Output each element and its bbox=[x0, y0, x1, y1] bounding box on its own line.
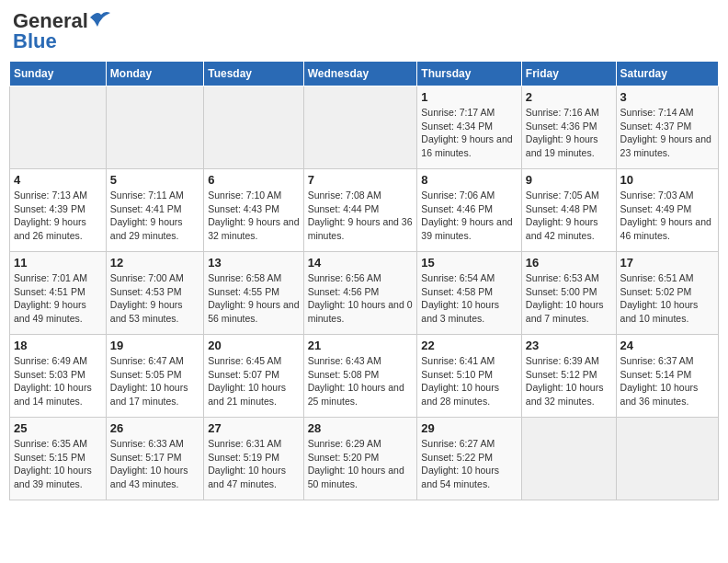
day-number: 17 bbox=[620, 256, 714, 270]
calendar-cell: 26Sunrise: 6:33 AM Sunset: 5:17 PM Dayli… bbox=[106, 418, 203, 500]
day-info: Sunrise: 6:47 AM Sunset: 5:05 PM Dayligh… bbox=[110, 354, 199, 408]
day-info: Sunrise: 6:58 AM Sunset: 4:55 PM Dayligh… bbox=[208, 271, 299, 326]
calendar-cell: 23Sunrise: 6:39 AM Sunset: 5:12 PM Dayli… bbox=[521, 335, 616, 418]
calendar-cell: 28Sunrise: 6:29 AM Sunset: 5:20 PM Dayli… bbox=[303, 418, 417, 500]
day-info: Sunrise: 7:14 AM Sunset: 4:37 PM Dayligh… bbox=[620, 106, 714, 160]
calendar-cell: 12Sunrise: 7:00 AM Sunset: 4:53 PM Dayli… bbox=[106, 252, 203, 335]
logo: General Blue bbox=[13, 9, 110, 53]
weekday-header-monday: Monday bbox=[106, 62, 203, 86]
day-info: Sunrise: 6:39 AM Sunset: 5:12 PM Dayligh… bbox=[526, 354, 612, 408]
calendar-cell: 20Sunrise: 6:45 AM Sunset: 5:07 PM Dayli… bbox=[204, 335, 303, 418]
calendar-cell bbox=[204, 86, 303, 169]
logo-bird-icon bbox=[90, 10, 110, 27]
day-number: 13 bbox=[208, 256, 299, 270]
calendar-cell: 21Sunrise: 6:43 AM Sunset: 5:08 PM Dayli… bbox=[303, 335, 417, 418]
weekday-header-friday: Friday bbox=[521, 62, 616, 86]
day-info: Sunrise: 6:54 AM Sunset: 4:58 PM Dayligh… bbox=[421, 271, 518, 326]
calendar-week-row: 1Sunrise: 7:17 AM Sunset: 4:34 PM Daylig… bbox=[10, 86, 719, 169]
day-number: 19 bbox=[110, 339, 199, 352]
calendar-cell bbox=[303, 86, 417, 169]
day-number: 16 bbox=[526, 256, 612, 270]
day-info: Sunrise: 7:16 AM Sunset: 4:36 PM Dayligh… bbox=[526, 106, 612, 160]
calendar-cell: 9Sunrise: 7:05 AM Sunset: 4:48 PM Daylig… bbox=[521, 169, 616, 252]
day-number: 5 bbox=[110, 173, 199, 187]
calendar-cell: 7Sunrise: 7:08 AM Sunset: 4:44 PM Daylig… bbox=[303, 169, 417, 252]
day-number: 7 bbox=[308, 173, 414, 187]
day-info: Sunrise: 7:05 AM Sunset: 4:48 PM Dayligh… bbox=[526, 189, 612, 243]
day-number: 1 bbox=[421, 90, 518, 104]
calendar-cell: 15Sunrise: 6:54 AM Sunset: 4:58 PM Dayli… bbox=[417, 252, 522, 335]
day-number: 28 bbox=[308, 421, 414, 435]
calendar-cell: 10Sunrise: 7:03 AM Sunset: 4:49 PM Dayli… bbox=[616, 169, 718, 252]
calendar-cell: 22Sunrise: 6:41 AM Sunset: 5:10 PM Dayli… bbox=[417, 335, 522, 418]
day-number: 4 bbox=[14, 173, 102, 187]
calendar-cell: 24Sunrise: 6:37 AM Sunset: 5:14 PM Dayli… bbox=[616, 335, 718, 418]
calendar-cell bbox=[106, 86, 203, 169]
day-info: Sunrise: 6:43 AM Sunset: 5:08 PM Dayligh… bbox=[308, 354, 414, 408]
day-info: Sunrise: 7:10 AM Sunset: 4:43 PM Dayligh… bbox=[208, 189, 299, 243]
day-number: 18 bbox=[14, 339, 102, 352]
calendar-cell: 6Sunrise: 7:10 AM Sunset: 4:43 PM Daylig… bbox=[204, 169, 303, 252]
day-number: 20 bbox=[208, 339, 299, 352]
calendar-cell: 8Sunrise: 7:06 AM Sunset: 4:46 PM Daylig… bbox=[417, 169, 522, 252]
day-info: Sunrise: 6:33 AM Sunset: 5:17 PM Dayligh… bbox=[110, 437, 199, 491]
day-number: 21 bbox=[308, 339, 414, 352]
day-info: Sunrise: 7:06 AM Sunset: 4:46 PM Dayligh… bbox=[421, 189, 518, 243]
day-number: 10 bbox=[620, 173, 714, 187]
day-number: 26 bbox=[110, 421, 199, 435]
logo-blue: Blue bbox=[13, 29, 57, 53]
calendar-cell: 14Sunrise: 6:56 AM Sunset: 4:56 PM Dayli… bbox=[303, 252, 417, 335]
day-number: 3 bbox=[620, 90, 714, 104]
day-info: Sunrise: 6:35 AM Sunset: 5:15 PM Dayligh… bbox=[14, 437, 102, 491]
calendar-cell: 27Sunrise: 6:31 AM Sunset: 5:19 PM Dayli… bbox=[204, 418, 303, 500]
calendar-cell: 13Sunrise: 6:58 AM Sunset: 4:55 PM Dayli… bbox=[204, 252, 303, 335]
weekday-header-sunday: Sunday bbox=[10, 62, 107, 86]
calendar-cell: 1Sunrise: 7:17 AM Sunset: 4:34 PM Daylig… bbox=[417, 86, 522, 169]
day-info: Sunrise: 6:53 AM Sunset: 5:00 PM Dayligh… bbox=[526, 271, 612, 326]
calendar-week-row: 11Sunrise: 7:01 AM Sunset: 4:51 PM Dayli… bbox=[10, 252, 719, 335]
calendar-cell: 19Sunrise: 6:47 AM Sunset: 5:05 PM Dayli… bbox=[106, 335, 203, 418]
day-number: 11 bbox=[14, 256, 102, 270]
weekday-header-saturday: Saturday bbox=[616, 62, 718, 86]
calendar-cell: 17Sunrise: 6:51 AM Sunset: 5:02 PM Dayli… bbox=[616, 252, 718, 335]
day-number: 6 bbox=[208, 173, 299, 187]
day-info: Sunrise: 6:41 AM Sunset: 5:10 PM Dayligh… bbox=[421, 354, 518, 408]
day-info: Sunrise: 7:13 AM Sunset: 4:39 PM Dayligh… bbox=[14, 189, 102, 243]
day-number: 9 bbox=[526, 173, 612, 187]
day-info: Sunrise: 7:00 AM Sunset: 4:53 PM Dayligh… bbox=[110, 271, 199, 326]
calendar-cell: 2Sunrise: 7:16 AM Sunset: 4:36 PM Daylig… bbox=[521, 86, 616, 169]
calendar-week-row: 4Sunrise: 7:13 AM Sunset: 4:39 PM Daylig… bbox=[10, 169, 719, 252]
weekday-header-row: SundayMondayTuesdayWednesdayThursdayFrid… bbox=[10, 62, 719, 86]
calendar-week-row: 18Sunrise: 6:49 AM Sunset: 5:03 PM Dayli… bbox=[10, 335, 719, 418]
calendar-week-row: 25Sunrise: 6:35 AM Sunset: 5:15 PM Dayli… bbox=[10, 418, 719, 500]
calendar-cell: 4Sunrise: 7:13 AM Sunset: 4:39 PM Daylig… bbox=[10, 169, 107, 252]
day-info: Sunrise: 7:17 AM Sunset: 4:34 PM Dayligh… bbox=[421, 106, 518, 160]
calendar-cell: 3Sunrise: 7:14 AM Sunset: 4:37 PM Daylig… bbox=[616, 86, 718, 169]
weekday-header-wednesday: Wednesday bbox=[303, 62, 417, 86]
day-number: 12 bbox=[110, 256, 199, 270]
calendar-cell bbox=[10, 86, 107, 169]
day-number: 22 bbox=[421, 339, 518, 352]
calendar-cell: 25Sunrise: 6:35 AM Sunset: 5:15 PM Dayli… bbox=[10, 418, 107, 500]
day-number: 25 bbox=[14, 421, 102, 435]
day-info: Sunrise: 6:56 AM Sunset: 4:56 PM Dayligh… bbox=[308, 271, 414, 326]
page-header: General Blue bbox=[9, 9, 719, 53]
calendar-cell: 29Sunrise: 6:27 AM Sunset: 5:22 PM Dayli… bbox=[417, 418, 522, 500]
day-info: Sunrise: 7:11 AM Sunset: 4:41 PM Dayligh… bbox=[110, 189, 199, 243]
calendar-cell: 18Sunrise: 6:49 AM Sunset: 5:03 PM Dayli… bbox=[10, 335, 107, 418]
day-number: 14 bbox=[308, 256, 414, 270]
day-number: 15 bbox=[421, 256, 518, 270]
day-number: 29 bbox=[421, 421, 518, 435]
day-number: 24 bbox=[620, 339, 714, 352]
day-info: Sunrise: 6:29 AM Sunset: 5:20 PM Dayligh… bbox=[308, 437, 414, 491]
day-info: Sunrise: 6:49 AM Sunset: 5:03 PM Dayligh… bbox=[14, 354, 102, 408]
day-info: Sunrise: 6:37 AM Sunset: 5:14 PM Dayligh… bbox=[620, 354, 714, 408]
calendar-cell: 16Sunrise: 6:53 AM Sunset: 5:00 PM Dayli… bbox=[521, 252, 616, 335]
calendar-cell: 5Sunrise: 7:11 AM Sunset: 4:41 PM Daylig… bbox=[106, 169, 203, 252]
day-info: Sunrise: 7:08 AM Sunset: 4:44 PM Dayligh… bbox=[308, 189, 414, 243]
day-number: 2 bbox=[526, 90, 612, 104]
calendar-cell bbox=[521, 418, 616, 500]
day-info: Sunrise: 6:45 AM Sunset: 5:07 PM Dayligh… bbox=[208, 354, 299, 408]
day-number: 27 bbox=[208, 421, 299, 435]
calendar-cell bbox=[616, 418, 718, 500]
